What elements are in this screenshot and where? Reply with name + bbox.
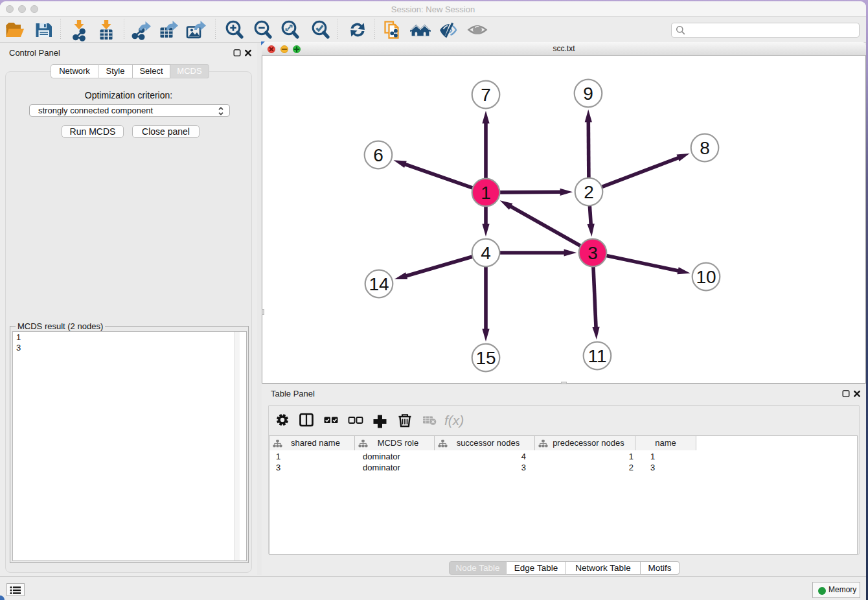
svg-text:f(x): f(x) bbox=[444, 413, 464, 428]
svg-text:6: 6 bbox=[373, 145, 383, 165]
svg-text:8: 8 bbox=[700, 138, 710, 158]
svg-text:7: 7 bbox=[481, 85, 491, 105]
svg-text:14: 14 bbox=[369, 274, 389, 294]
svg-text:11: 11 bbox=[588, 346, 606, 366]
svg-text:1: 1 bbox=[481, 183, 491, 203]
svg-text:4: 4 bbox=[481, 243, 491, 263]
svg-text:2: 2 bbox=[584, 182, 594, 202]
svg-text:10: 10 bbox=[696, 267, 716, 287]
svg-text:3: 3 bbox=[588, 243, 598, 263]
svg-text:15: 15 bbox=[475, 348, 496, 368]
svg-text:9: 9 bbox=[583, 84, 593, 104]
